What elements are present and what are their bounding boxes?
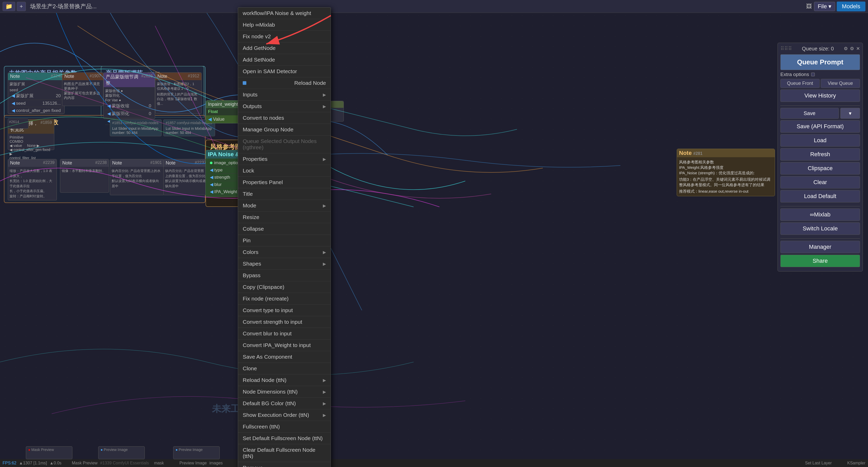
add-node-button[interactable]: + [17,2,26,11]
bottom-bar: FPS:62 ▲1307 [1.1ms] ▲0.0s Mask Preview … [0,459,868,467]
ctx-manage-group[interactable]: Manage Group Node [238,124,331,136]
ctx-properties-panel[interactable]: Properties Panel [238,177,331,188]
ctx-resize[interactable]: Resize [238,211,331,223]
ctx-default-bg-color[interactable]: Default BG Color (ttN) [238,398,331,409]
folder-icon: 📁 [5,3,12,9]
context-menu: workflow/IPA Noise & weight Help ∞Mixlab… [238,7,331,467]
extra-options-label: Extra options [780,71,809,77]
ctx-convert-strength[interactable]: Convert strength to input [238,316,331,328]
node-2626: 产品蒙版细节调整 #2626 蒙版收缩 ● 蒙版羽化 For Vae ● ◀ 蒙… [103,72,155,119]
node-1901-note: Note #1901 纵内百分比: 产品在背景图上的水平位置，值为百分比 默认设… [110,159,164,195]
ctx-queue-selected: Queue Selected Output Nodes (rgthree) [238,136,331,153]
images-label1: images [209,461,223,465]
extra-options-checkbox[interactable] [811,72,815,76]
switch-locale-button[interactable]: Switch Locale [780,223,860,235]
right-panel: ⠿⠿⠿ Queue size: 0 ⚙ ⚙ ✕ Queue Prompt Ext… [778,43,863,271]
panel-drag-handle: ⠿⠿⠿ [780,46,792,52]
ctx-convert-ipa-weight[interactable]: Convert IPA_Weight to input [238,340,331,351]
node-time-label: ▲0.0s [50,461,62,465]
mask-preview-node: ● Mask Preview [26,446,72,459]
ctx-open-sam[interactable]: Open in SAM Detector [238,66,331,77]
clipspace-button[interactable]: Clipspace [780,162,860,175]
image-icon: 🖼 [806,3,812,10]
preview-image1-node: ● Preview Image [98,446,145,459]
workflow-title: 场景生产2-场景替换产品... [30,3,804,10]
ctx-outputs[interactable]: Outputs [238,100,331,112]
folder-button[interactable]: 📁 [3,2,15,11]
ksampler-label: KSampler [847,461,865,465]
ctx-clear-default-fullscreen[interactable]: Clear Default Fullscreen Node (ttN) [238,444,331,462]
node-1907-note: Note #1907 构图去产品效果不满意更换种子 蒙版扩展可包含更多边内内容 [62,72,103,106]
ctx-convert-blur[interactable]: Convert blur to input [238,328,331,340]
reload-check [243,81,246,85]
ctx-lock[interactable]: Lock [238,165,331,177]
set-last-layer-label: Set Last Layer [805,461,832,465]
mixlab-button[interactable]: ∞Mixlab [780,208,860,221]
node-1853: #1853 comfyui-mixlab-nodes Lut Slider In… [110,119,161,136]
ctx-fix-node-recreate[interactable]: Fix node (recreate) [238,293,331,304]
ctx-add-getnode[interactable]: Add GetNode [238,42,331,54]
ctx-copy-clipspace[interactable]: Copy (Clipspace) [238,281,331,293]
node-1912-note: Note #1912 蒙版收缩：粘图建议2，1 仅风格参考建议 2，0 粘图的背… [155,72,202,114]
save-dropdown-button[interactable]: ▾ [840,108,860,119]
preview-image1-label: Preview Image [179,461,207,465]
ctx-show-execution-order[interactable]: Show Execution Order (ttN) [238,409,331,421]
node-2614: #2614 [8,118,28,129]
ctx-save-as-component[interactable]: Save As Component [238,351,331,363]
node-2240: Note #2240 蒙版扩展 seed ◀ 蒙版扩展 20 ◀ seed 13… [8,72,65,114]
ctx-shapes[interactable]: Shapes [238,258,331,270]
ctx-clone[interactable]: Clone [238,363,331,374]
ctx-mode[interactable]: Mode [238,200,331,211]
time-label: ▲1307 [1.1ms] [19,461,47,465]
queue-front-button[interactable]: Queue Front [780,79,820,88]
close-icon[interactable]: ✕ [856,46,860,52]
mask-preview-label: Mask Preview [72,461,98,465]
file-menu-button[interactable]: File ▾ [814,2,835,11]
comfy-essentials-label: #1339 ComfyUI Essentials [100,461,149,465]
load-button[interactable]: Load [780,134,860,147]
ctx-help-mixlab[interactable]: Help ∞Mixlab [238,19,331,31]
ctx-collapse[interactable]: Collapse [238,223,331,235]
ctx-pin[interactable]: Pin [238,235,331,246]
ctx-node-dimensions[interactable]: Node Dimensions (ttN) [238,386,331,398]
ctx-set-default-fullscreen[interactable]: Set Default Fullscreen Node (ttN) [238,433,331,444]
gear-icon[interactable]: ⚙ [844,46,848,52]
share-button[interactable]: Share [780,255,860,267]
ctx-workflow-ipa[interactable]: workflow/IPA Noise & weight [238,7,331,19]
note-right-panel: Note #281 风格参考图相关参数 IPA_Weight:风格参考强度 IP… [677,149,775,196]
preview-image2-node: ● Preview Image [173,446,220,459]
settings-icon[interactable]: ⚙ [850,46,854,52]
ctx-properties[interactable]: Properties [238,153,331,165]
mask-label: mask [154,461,164,465]
manager-button[interactable]: Manager [780,241,860,253]
load-default-button[interactable]: Load Default [780,190,860,202]
queue-size-label: Queue size: 0 [802,46,834,52]
ctx-add-setnode[interactable]: Add SetNode [238,54,331,66]
fps-label: FPS:62 [3,461,16,465]
ctx-inputs[interactable]: Inputs [238,89,331,100]
node-2237-note: Note #2237 纵内百分比: 产品在背景图上的垂直位置，值为百分比 默认设… [163,159,209,195]
save-button[interactable]: Save [780,108,839,119]
ctx-bypass[interactable]: Bypass [238,270,331,281]
ctx-remove[interactable]: Remove [238,462,331,467]
ctx-fullscreen[interactable]: Fullscreen (ttN) [238,421,331,433]
ctx-convert-to-nodes[interactable]: Convert to nodes [238,112,331,124]
node-2238-note: Note #2238 镜像：水平翻转和垂直翻转。 [60,159,109,193]
view-queue-button[interactable]: View Queue [821,79,860,88]
node-2239-note: Note #2239 缩放：产品放大倍数，1.0 表示原大， 长宽比：1.0 是… [8,159,57,200]
refresh-button[interactable]: Refresh [780,148,860,160]
ctx-colors[interactable]: Colors [238,246,331,258]
ctx-fix-node-v2[interactable]: Fix node v2 [238,31,331,42]
ctx-reload-node[interactable]: Reload Node [238,77,331,89]
queue-prompt-button[interactable]: Queue Prompt [780,54,860,70]
ctx-reload-ttn[interactable]: Reload Node (ttN) [238,374,331,386]
models-button[interactable]: Models [837,2,865,11]
clear-button[interactable]: Clear [780,176,860,188]
top-toolbar: 📁 + 场景生产2-场景替换产品... 🖼 File ▾ Models [0,0,868,13]
save-api-button[interactable]: Save (API Format) [780,120,860,133]
view-history-button[interactable]: View History [780,89,860,102]
ctx-title[interactable]: Title [238,188,331,200]
ctx-convert-type[interactable]: Convert type to input [238,304,331,316]
